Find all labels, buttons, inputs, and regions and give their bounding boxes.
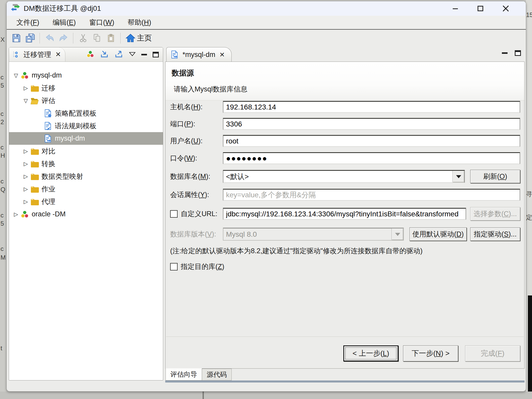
background-text-fragment: X bbox=[1, 36, 5, 43]
toolbar-separator bbox=[40, 33, 40, 44]
db-version-select[interactable]: Mysql 8.0 bbox=[223, 228, 404, 241]
migration-tree: ▽mysql-dm▷迁移▽评估策略配置模板语法规则模板mysql-dm▷对比▷转… bbox=[9, 62, 163, 220]
dropdown-button[interactable] bbox=[452, 171, 464, 182]
expander-expanded-icon[interactable]: ▽ bbox=[21, 98, 30, 104]
expander-collapsed-icon[interactable]: ▷ bbox=[21, 199, 30, 205]
undo-icon bbox=[45, 33, 55, 43]
session-props-input[interactable] bbox=[223, 189, 520, 201]
back-button[interactable]: < 上一步(L) bbox=[343, 345, 398, 361]
editor-minimize-icon[interactable] bbox=[502, 52, 508, 54]
tree-item-对比[interactable]: ▷对比 bbox=[9, 145, 163, 157]
paste-button[interactable] bbox=[104, 31, 118, 45]
paste-icon bbox=[106, 33, 116, 43]
tree-item-转换[interactable]: ▷转换 bbox=[9, 157, 163, 170]
view-tab-label: 迁移管理 bbox=[23, 50, 51, 59]
database-name-label: 数据库名(M): bbox=[170, 172, 223, 181]
import-icon[interactable] bbox=[100, 50, 109, 60]
password-input[interactable] bbox=[223, 152, 520, 164]
menu-window[interactable]: 窗口(W) bbox=[83, 16, 121, 29]
tree-item-代理[interactable]: ▷代理 bbox=[9, 195, 163, 208]
tree-item-label: 迁移 bbox=[41, 83, 55, 93]
use-default-driver-button[interactable]: 使用默认驱动(D) bbox=[409, 227, 467, 241]
save-button[interactable] bbox=[9, 31, 23, 45]
editor-tabbar: *mysql-dm ✕ bbox=[165, 47, 525, 62]
view-maximize-icon[interactable] bbox=[153, 52, 159, 57]
toolbar-separator bbox=[120, 33, 121, 44]
expander-collapsed-icon[interactable]: ▷ bbox=[21, 85, 30, 91]
undo-button[interactable] bbox=[43, 31, 57, 45]
tab-assess-wizard[interactable]: 评估向导 bbox=[165, 368, 202, 380]
next-button[interactable]: 下一步(N) > bbox=[403, 345, 458, 361]
tree-item-mysql-dm[interactable]: mysql-dm bbox=[9, 132, 163, 145]
db-version-value: Mysql 8.0 bbox=[223, 228, 391, 240]
custom-url-checkbox[interactable] bbox=[170, 210, 178, 218]
specify-driver-button[interactable]: 指定驱动(S)... bbox=[470, 227, 520, 241]
redo-button[interactable] bbox=[57, 31, 71, 45]
tab-mysql-dm-editor[interactable]: *mysql-dm ✕ bbox=[166, 47, 232, 62]
minimize-button[interactable] bbox=[447, 2, 464, 15]
username-label: 用户名(U): bbox=[170, 136, 223, 146]
expander-collapsed-icon[interactable]: ▷ bbox=[21, 186, 30, 192]
save-icon bbox=[11, 33, 21, 43]
background-text-fragment: 寻 bbox=[526, 190, 532, 198]
tree-item-label: 作业 bbox=[41, 184, 55, 194]
editor-tab-close-icon[interactable]: ✕ bbox=[220, 51, 225, 58]
tree-item-label: mysql-dm bbox=[32, 71, 62, 79]
tree-item-label: 对比 bbox=[41, 147, 55, 156]
project-icon bbox=[20, 71, 30, 80]
separator bbox=[166, 337, 524, 337]
close-button[interactable] bbox=[498, 2, 514, 15]
tree-item-label: 评估 bbox=[41, 96, 55, 105]
menu-edit[interactable]: 编辑(E) bbox=[46, 16, 83, 29]
cut-button[interactable] bbox=[76, 31, 90, 45]
tree-item-数据类型映射[interactable]: ▷数据类型映射 bbox=[9, 170, 163, 183]
maximize-button[interactable] bbox=[472, 2, 489, 15]
background-text-fragment: M bbox=[1, 254, 6, 261]
folder-icon bbox=[30, 83, 40, 93]
tab-migration-manager[interactable]: 迁移管理 ✕ bbox=[9, 47, 65, 62]
home-button[interactable]: 主页 bbox=[124, 31, 154, 45]
tree-item-评估[interactable]: ▽评估 bbox=[9, 94, 163, 107]
chevron-down-icon bbox=[456, 175, 461, 178]
copy-button[interactable] bbox=[90, 31, 104, 45]
doc-check-icon bbox=[43, 121, 53, 131]
tab-source-code[interactable]: 源代码 bbox=[202, 369, 232, 380]
expander-collapsed-icon[interactable]: ▷ bbox=[21, 148, 30, 154]
custom-url-label: 自定义URL: bbox=[181, 209, 217, 218]
background-text-fragment: c bbox=[1, 178, 4, 185]
view-close-icon[interactable]: ✕ bbox=[55, 50, 61, 58]
home-button-label: 主页 bbox=[137, 33, 152, 43]
target-db-checkbox[interactable] bbox=[170, 263, 178, 270]
view-minimize-icon[interactable] bbox=[141, 54, 147, 55]
save-all-button[interactable] bbox=[23, 31, 37, 45]
tree-item-oracle -DM[interactable]: ▷oracle -DM bbox=[9, 208, 163, 220]
port-label: 端口(P): bbox=[170, 119, 223, 129]
refresh-button[interactable]: 刷新(O) bbox=[470, 170, 520, 183]
expander-collapsed-icon[interactable]: ▷ bbox=[12, 211, 20, 217]
tree-item-语法规则模板[interactable]: 语法规则模板 bbox=[9, 120, 163, 132]
custom-url-input[interactable] bbox=[223, 208, 466, 220]
port-input[interactable] bbox=[223, 118, 520, 130]
dropdown-button bbox=[391, 228, 403, 240]
expander-expanded-icon[interactable]: ▽ bbox=[12, 72, 20, 79]
tree-item-作业[interactable]: ▷作业 bbox=[9, 183, 163, 195]
tree-item-mysql-dm[interactable]: ▽mysql-dm bbox=[9, 69, 163, 82]
menu-file[interactable]: 文件(F) bbox=[10, 16, 46, 29]
new-migration-icon[interactable] bbox=[86, 50, 94, 59]
database-name-select[interactable]: <默认> bbox=[223, 170, 465, 183]
finish-button[interactable]: 完成(F) bbox=[465, 345, 520, 361]
host-input[interactable] bbox=[223, 101, 520, 113]
editor-maximize-icon[interactable] bbox=[515, 50, 521, 56]
export-icon[interactable] bbox=[115, 50, 123, 60]
password-label: 口令(W): bbox=[170, 154, 223, 163]
tree-item-迁移[interactable]: ▷迁移 bbox=[9, 82, 163, 94]
expander-collapsed-icon[interactable]: ▷ bbox=[21, 161, 30, 167]
folder-icon bbox=[30, 172, 40, 181]
view-menu-chevron-icon[interactable] bbox=[129, 52, 136, 57]
tree-item-策略配置模板[interactable]: 策略配置模板 bbox=[9, 107, 163, 120]
menu-help[interactable]: 帮助(H) bbox=[121, 16, 158, 29]
select-params-button[interactable]: 选择参数(C)... bbox=[470, 207, 520, 220]
username-input[interactable] bbox=[223, 135, 520, 147]
background-text-fragment: Q bbox=[1, 186, 5, 193]
expander-collapsed-icon[interactable]: ▷ bbox=[21, 173, 30, 180]
